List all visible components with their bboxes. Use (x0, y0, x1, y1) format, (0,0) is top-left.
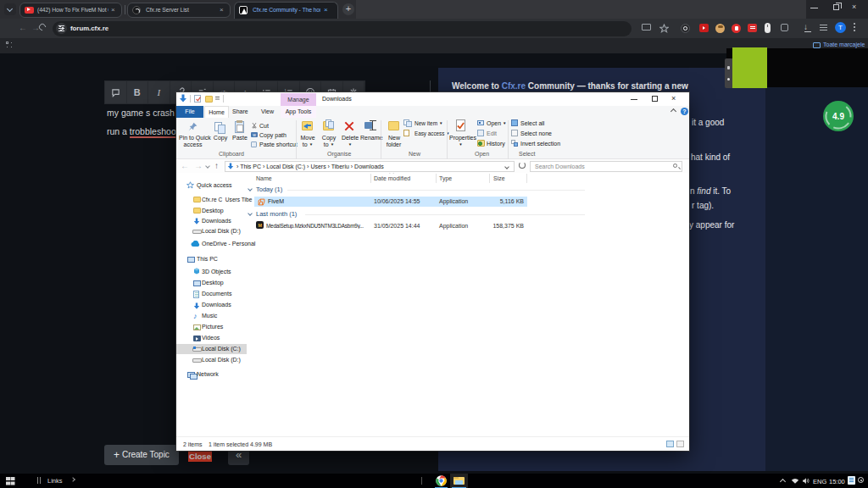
svg-text:1: 1 (284, 88, 287, 92)
svg-text:4.9: 4.9 (832, 112, 844, 121)
